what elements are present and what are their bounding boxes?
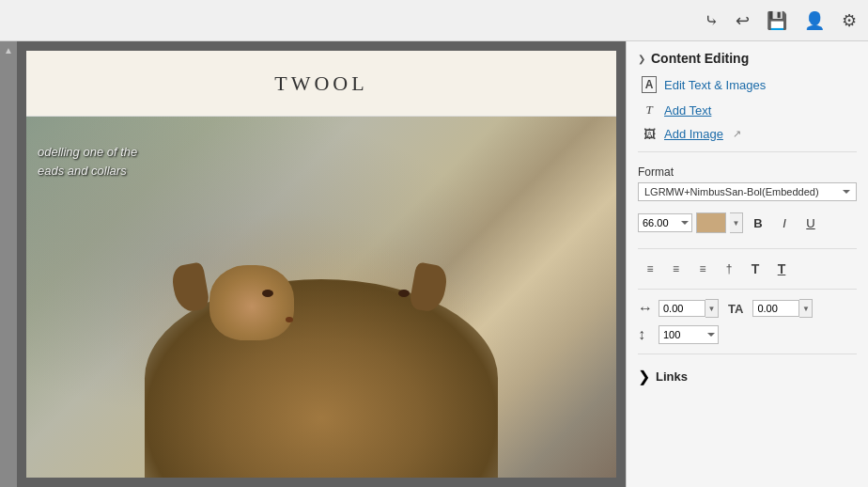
right-panel: ❯ Content Editing A Edit Text & Images T… <box>626 41 868 487</box>
add-image-icon: 🖼 <box>642 127 657 141</box>
links-title: Links <box>656 369 688 384</box>
spacing-h-arrow[interactable]: ▼ <box>705 299 719 318</box>
align-right-button[interactable]: ≡ <box>690 259 715 279</box>
content-editing-header: ❯ Content Editing <box>627 41 868 71</box>
divider-4 <box>638 353 857 354</box>
line-height-dropdown[interactable]: 100 <box>659 325 719 344</box>
format-section: Format LGRMW+NimbusSan-Bol(Embedded) <box>627 158 868 209</box>
settings-icon[interactable]: ⚙ <box>842 10 857 31</box>
brand-name: TWOOL <box>274 71 367 96</box>
align-bottom-button[interactable]: T <box>769 259 794 279</box>
align-row: ≡ ≡ ≡ † T T <box>627 255 868 283</box>
line-height-input-wrap: 100 <box>659 325 719 344</box>
scroll-up-arrow[interactable]: ▲ <box>4 45 13 55</box>
add-text-icon: T <box>642 102 657 118</box>
spacing-h-row: ↔ ▼ TA ▼ <box>627 295 868 322</box>
save-icon[interactable]: 💾 <box>767 10 787 31</box>
profile-icon[interactable]: 👤 <box>804 10 825 31</box>
content-editing-title: Content Editing <box>651 51 749 66</box>
divider-2 <box>638 248 857 249</box>
pdf-page: TWOOL <box>26 51 616 478</box>
content-editing-collapse-arrow[interactable]: ❯ <box>638 54 645 64</box>
font-size-dropdown[interactable]: 66.00 <box>638 213 692 232</box>
align-top-button[interactable]: T <box>743 259 767 279</box>
line-height-icon: ↕ <box>638 326 653 343</box>
add-text-item[interactable]: T Add Text <box>627 98 868 122</box>
pdf-image-area: odelling one of the eads and collars <box>26 117 616 478</box>
spacing-ta-arrow[interactable]: ▼ <box>799 299 813 318</box>
size-color-row: 66.00 ▼ B I U <box>627 209 868 237</box>
underline-button[interactable]: U <box>799 212 822 233</box>
cursor-pointer: ↗ <box>733 128 741 140</box>
forward-icon[interactable]: ⤷ <box>705 10 719 31</box>
align-center-button[interactable]: ≡ <box>664 259 689 279</box>
align-left-button[interactable]: ≡ <box>638 259 662 279</box>
pdf-content: TWOOL <box>26 51 616 478</box>
edit-text-images-label: Edit Text & Images <box>664 78 766 92</box>
scroll-handle[interactable]: ▲ <box>0 41 17 487</box>
links-collapse-arrow[interactable]: ❯ <box>638 368 650 385</box>
main-area: ▲ TWOOL <box>0 41 868 487</box>
spacing-h-icon: ↔ <box>638 300 653 317</box>
pdf-text-overlay: odelling one of the eads and collars <box>26 135 148 187</box>
add-text-label: Add Text <box>664 103 711 118</box>
italic-button[interactable]: I <box>773 212 796 233</box>
edit-text-images-item[interactable]: A Edit Text & Images <box>627 71 868 98</box>
spacing-ta-input[interactable] <box>752 300 799 317</box>
spacing-h-input[interactable] <box>659 300 705 317</box>
font-dropdown[interactable]: LGRMW+NimbusSan-Bol(Embedded) <box>638 182 857 201</box>
edit-text-icon: A <box>642 76 657 93</box>
format-label: Format <box>638 165 857 179</box>
divider-3 <box>638 289 857 290</box>
spacing-h-input-wrap: ▼ <box>659 299 719 318</box>
line-height-row: ↕ 100 <box>627 322 868 348</box>
color-swatch[interactable] <box>696 212 726 233</box>
back-icon[interactable]: ↩ <box>736 10 750 31</box>
bold-button[interactable]: B <box>747 212 769 233</box>
divider-1 <box>638 151 857 152</box>
align-justify-button[interactable]: † <box>717 259 741 279</box>
text-line2: eads and collars <box>38 162 137 181</box>
pdf-header: TWOOL <box>26 51 616 117</box>
add-image-item[interactable]: 🖼 Add Image ↗ <box>627 122 868 146</box>
pdf-viewer: ▲ TWOOL <box>0 41 626 487</box>
ta-label: TA <box>728 302 743 316</box>
add-image-label: Add Image <box>664 127 723 141</box>
spacing-ta-input-wrap: ▼ <box>752 299 813 318</box>
color-swatch-dropdown[interactable]: ▼ <box>730 212 743 233</box>
links-section-header[interactable]: ❯ Links <box>627 360 868 393</box>
top-toolbar: ⤷ ↩ 💾 👤 ⚙ <box>0 0 868 41</box>
text-line1: odelling one of the <box>38 143 137 162</box>
